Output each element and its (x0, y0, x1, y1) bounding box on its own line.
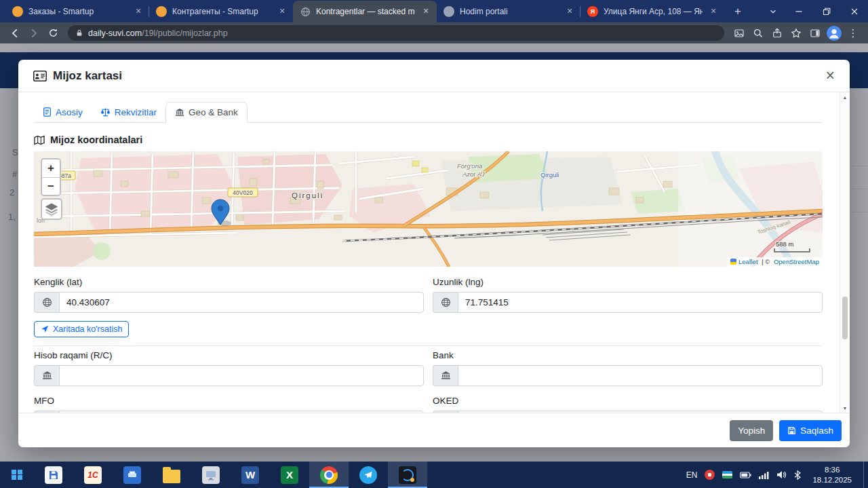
lng-label: Uzunlik (lng) (433, 277, 823, 287)
scroll-up-button[interactable]: ▲ (840, 92, 850, 102)
smartup-favicon-icon (156, 6, 167, 17)
lat-input[interactable] (59, 292, 424, 313)
browser-tab-yandex[interactable]: Я Улица Янги Аср, 108 — Яндек × (580, 1, 724, 22)
account-input[interactable] (59, 365, 424, 386)
tab-close-button[interactable]: × (133, 6, 144, 17)
zoom-out-button[interactable]: − (42, 177, 60, 195)
tab-search-chevron-button[interactable] (762, 0, 785, 22)
tab-close-button[interactable]: × (708, 6, 719, 17)
taskbar-app-word[interactable]: W (231, 462, 270, 488)
bank-icon (433, 365, 458, 386)
leaflet-map[interactable]: D687a 40V020 Qirguli Forg'ona Azot AJ Qi… (34, 151, 823, 267)
start-button[interactable] (0, 462, 34, 488)
bank-input[interactable] (458, 365, 823, 386)
1c-icon: 1С (84, 466, 102, 484)
globe-icon (433, 292, 458, 313)
address-bar[interactable]: daily-suvi.com/19l/public/mijozlar.php (68, 25, 724, 41)
scroll-thumb[interactable] (842, 297, 848, 339)
globe-favicon-icon (300, 6, 311, 17)
tab-rekvizitlar[interactable]: Rekvizitlar (92, 102, 165, 122)
layers-control-button[interactable] (41, 198, 62, 220)
scale-icon (100, 107, 111, 117)
taskbar-app-chrome[interactable] (309, 462, 349, 488)
tray-network-icon[interactable] (759, 471, 769, 479)
file-icon (43, 107, 52, 117)
taskbar-app-dark[interactable] (388, 462, 427, 488)
chrome-icon (320, 466, 338, 484)
side-panel-button[interactable] (806, 24, 825, 43)
url-path: /19l/public/mijozlar.php (142, 29, 227, 38)
tray-battery-icon[interactable] (740, 471, 751, 479)
taskbar-app-floppy[interactable] (34, 462, 73, 488)
browser-tab-hodim[interactable]: Hodim portali × (437, 1, 580, 22)
tab-title: Заказы - Smartup (28, 7, 127, 16)
tray-flag-icon[interactable] (722, 471, 732, 478)
taskbar-app-excel[interactable]: X (270, 462, 309, 488)
tray-clock[interactable]: 8:36 18.12.2025 (808, 465, 856, 485)
modal-header: Mijoz kartasi × (18, 60, 850, 92)
taskbar-app-telegram[interactable] (349, 462, 388, 488)
tray-bluetooth-icon[interactable] (794, 470, 801, 480)
taskbar-app-window[interactable] (191, 462, 231, 488)
taskbar-app-folder[interactable] (152, 462, 191, 488)
generic-favicon-icon (443, 6, 454, 17)
lng-input[interactable] (458, 292, 823, 313)
browser-toolbar: daily-suvi.com/19l/public/mijozlar.php ⋮ (0, 22, 868, 43)
browser-tab-zakazy[interactable]: Заказы - Smartup × (5, 1, 149, 22)
browser-tab-kontragenty[interactable]: Контрагенты - Smartup × (149, 1, 293, 22)
tab-rekvizitlar-label: Rekvizitlar (115, 107, 157, 117)
tab-title: Контрагенты - Smartup (172, 7, 271, 16)
bookmark-star-button[interactable] (787, 24, 806, 43)
show-desktop-button[interactable] (863, 462, 867, 488)
tab-geo-bank[interactable]: Geo & Bank (165, 102, 248, 123)
yopish-button[interactable]: Yopish (730, 420, 773, 441)
new-tab-button[interactable]: + (728, 2, 747, 21)
profile-avatar[interactable] (825, 24, 844, 43)
window-minimize-button[interactable] (785, 0, 812, 22)
oked-label: OKED (433, 396, 823, 406)
lat-label: Kenglik (lat) (34, 277, 424, 287)
show-on-map-label: Xaritada ko'rsatish (53, 324, 122, 334)
tab-close-button[interactable]: × (420, 6, 431, 17)
map-attribution: Leaflet | © OpenStreetMap (727, 257, 823, 267)
place-label-qirguli: Qirguli (292, 191, 323, 200)
bank-icon (34, 365, 59, 386)
window-close-button[interactable] (840, 0, 868, 22)
saqlash-label: Saqlash (800, 426, 833, 436)
scroll-down-button[interactable]: ▼ (840, 403, 850, 413)
reload-button[interactable] (43, 24, 62, 43)
saqlash-button[interactable]: Saqlash (779, 420, 842, 441)
modal-scrollbar[interactable]: ▲ ▼ (840, 92, 850, 413)
tab-close-button[interactable]: × (277, 6, 288, 17)
device-icon (123, 466, 141, 484)
taskbar-app-1c[interactable]: 1С (73, 462, 113, 488)
show-on-map-button[interactable]: Xaritada ko'rsatish (34, 321, 129, 337)
forward-button[interactable] (24, 24, 43, 43)
back-button[interactable] (5, 24, 24, 43)
tray-language[interactable]: EN (686, 470, 698, 480)
leaflet-link[interactable]: Leaflet (738, 258, 758, 265)
openstreetmap-link[interactable]: OpenStreetMap (774, 258, 819, 265)
taskbar-app-device[interactable] (113, 462, 152, 488)
search-icon-button[interactable] (749, 24, 768, 43)
zoom-in-button[interactable]: + (42, 159, 60, 177)
modal-close-button[interactable]: × (826, 68, 835, 83)
lock-icon (75, 29, 83, 37)
browser-tab-kontragentlar-active[interactable]: Kontragentlar — stacked moda × (293, 1, 437, 22)
bank-label-row: Hisob raqami (R/C) Bank (34, 350, 823, 360)
tray-volume-icon[interactable] (776, 470, 787, 479)
modal-title: Mijoz kartasi (33, 69, 122, 83)
gallery-icon-button[interactable] (730, 24, 749, 43)
bank-tab-icon (175, 108, 184, 117)
browser-menu-button[interactable]: ⋮ (844, 24, 863, 43)
tab-asosiy[interactable]: Asosiy (34, 102, 92, 122)
window-restore-button[interactable] (812, 0, 840, 22)
section-title-coordinates: Mijoz koordinatalari (34, 134, 823, 145)
station-label-qirguli: Qirguli (540, 171, 559, 179)
leaflet-flag-icon (730, 259, 736, 265)
tray-notification-icon[interactable] (705, 470, 715, 480)
bank-input-row (34, 365, 823, 386)
location-arrow-icon (41, 325, 49, 333)
tab-close-button[interactable]: × (564, 6, 575, 17)
share-icon-button[interactable] (768, 24, 787, 43)
